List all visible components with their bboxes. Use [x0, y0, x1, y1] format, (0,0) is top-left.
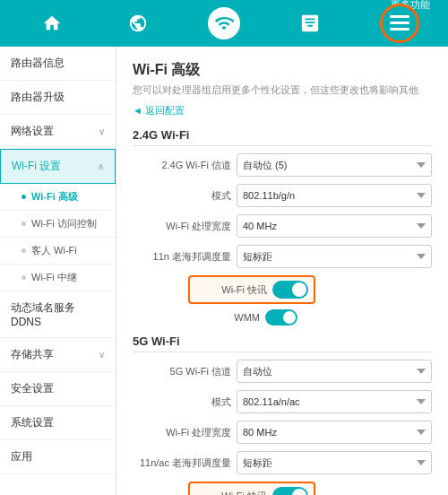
label-24g-gi: 11n 老海邦调度量 — [133, 250, 231, 264]
dot-indicator — [22, 195, 26, 199]
select-5g-mode[interactable]: 802.11a/n/ac — [237, 390, 432, 413]
label-24g-mode: 模式 — [133, 189, 231, 203]
select-24g-bandwidth[interactable]: 40 MHz — [237, 214, 432, 238]
sidebar-subitem-guest-wifi[interactable]: 客人 Wi-Fi — [0, 238, 116, 265]
select-5g-channel[interactable]: 自动位 — [237, 360, 432, 383]
section-5g-title: 5G Wi-Fi — [133, 334, 432, 352]
sidebar: 路由器信息 路由器升级 网络设置 ∨ Wi-Fi 设置 ∧ Wi-Fi 高级 W… — [0, 47, 116, 495]
label-5g-channel: 5G Wi-Fi 信道 — [133, 365, 231, 378]
svg-rect-1 — [390, 22, 409, 24]
24g-wifi-toggle[interactable] — [272, 281, 308, 299]
sidebar-item-wifi-settings[interactable]: Wi-Fi 设置 ∧ — [0, 149, 116, 184]
sidebar-item-network-settings[interactable]: 网络设置 ∨ — [0, 115, 116, 149]
sidebar-item-security-settings[interactable]: 安全设置 — [0, 372, 116, 406]
svg-rect-2 — [390, 28, 409, 30]
chevron-icon: ∨ — [99, 126, 105, 136]
form-row-24g-mode: 模式 802.11b/g/n — [133, 184, 432, 207]
form-row-24g-bandwidth: Wi-Fi 处理宽度 40 MHz — [133, 214, 432, 238]
label-5g-gi: 11n/ac 老海邦调度量 — [133, 456, 231, 470]
sidebar-item-router-info[interactable]: 路由器信息 — [0, 47, 116, 81]
24g-toggle-label: Wi-Fi 快讯 — [195, 283, 267, 297]
select-24g-channel[interactable]: 自动位 (5) — [237, 153, 432, 177]
dot-indicator — [22, 248, 26, 253]
24g-wifi-toggle-row: Wi-Fi 快讯 — [188, 275, 315, 304]
24g-wmm-toggle[interactable] — [265, 309, 297, 326]
5g-wifi-toggle[interactable] — [272, 487, 308, 495]
select-24g-mode[interactable]: 802.11b/g/n — [237, 184, 432, 207]
sidebar-subitem-wifi-advanced[interactable]: Wi-Fi 高级 — [0, 184, 116, 211]
form-row-5g-bandwidth: Wi-Fi 处理宽度 80 MHz — [133, 421, 432, 444]
select-5g-gi[interactable]: 短标距 — [237, 451, 432, 474]
sidebar-subitem-wifi-bridge[interactable]: Wi-Fi 中继 — [0, 265, 116, 291]
sidebar-item-system-settings[interactable]: 系统设置 — [0, 406, 116, 440]
content-area: Wi-Fi 高级 您可以对处理器组启用更多个性化设置，但这些更改也将影响其他 ◄… — [116, 47, 448, 495]
form-row-5g-channel: 5G Wi-Fi 信道 自动位 — [133, 360, 432, 383]
24g-wmm-label: WMM — [188, 312, 260, 323]
home-nav-icon[interactable] — [36, 7, 68, 39]
select-5g-bandwidth[interactable]: 80 MHz — [237, 421, 432, 444]
main-layout: 路由器信息 路由器升级 网络设置 ∨ Wi-Fi 设置 ∧ Wi-Fi 高级 W… — [0, 47, 448, 495]
chevron-up-icon: ∧ — [98, 161, 104, 171]
dot-indicator — [22, 221, 26, 226]
24g-wmm-row: WMM — [188, 309, 432, 326]
sidebar-item-app[interactable]: 应用 — [0, 440, 116, 474]
svg-rect-0 — [390, 15, 409, 18]
sidebar-item-ddns[interactable]: 动态域名服务 DDNS — [0, 291, 116, 338]
back-link[interactable]: ◄ 返回配置 — [133, 104, 432, 117]
5g-wifi-toggle-row: Wi-Fi 快讯 — [188, 482, 315, 495]
sidebar-item-router-upgrade[interactable]: 路由器升级 — [0, 81, 116, 115]
sidebar-item-storage-share[interactable]: 存储共享 ∨ — [0, 338, 116, 372]
select-24g-gi[interactable]: 短标距 — [237, 245, 432, 268]
page-title: Wi-Fi 高级 — [133, 61, 432, 80]
form-row-5g-mode: 模式 802.11a/n/ac — [133, 390, 432, 413]
form-row-24g-channel: 2.4G Wi-Fi 信道 自动位 (5) — [133, 153, 432, 177]
form-row-24g-gi: 11n 老海邦调度量 短标距 — [133, 245, 432, 268]
5g-toggle-label: Wi-Fi 快讯 — [195, 490, 267, 495]
chevron-icon: ∨ — [99, 350, 105, 360]
form-row-5g-gi: 11n/ac 老海邦调度量 短标距 — [133, 451, 432, 474]
section-24g-title: 2.4G Wi-Fi — [133, 128, 432, 146]
wifi-nav-icon[interactable] — [208, 7, 240, 39]
label-5g-mode: 模式 — [133, 395, 231, 409]
label-5g-bandwidth: Wi-Fi 处理宽度 — [133, 426, 231, 439]
page-description: 您可以对处理器组启用更多个性化设置，但这些更改也将影响其他 — [133, 83, 432, 97]
sidebar-subitem-wifi-mac-filter[interactable]: Wi-Fi 访问控制 — [0, 211, 116, 238]
more-menu-button[interactable] — [380, 4, 419, 43]
dot-indicator — [22, 275, 26, 280]
label-24g-channel: 2.4G Wi-Fi 信道 — [133, 159, 231, 172]
top-nav: 更多功能 — [0, 0, 448, 47]
globe-nav-icon[interactable] — [122, 7, 154, 39]
label-24g-bandwidth: Wi-Fi 处理宽度 — [133, 220, 231, 233]
grid-nav-icon[interactable] — [294, 7, 326, 39]
